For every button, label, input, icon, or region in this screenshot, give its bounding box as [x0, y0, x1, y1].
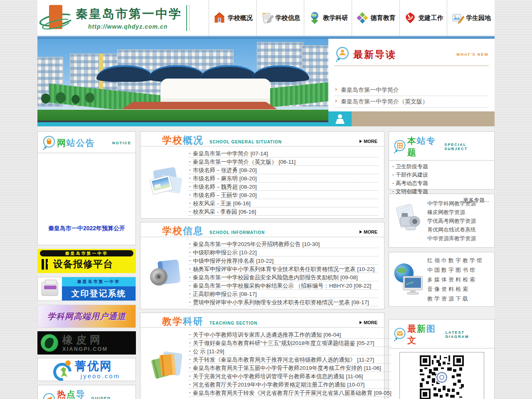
nav-item-school-info[interactable]: 学校信息: [256, 0, 304, 36]
page: 秦皇岛市第一中学 http://www.qhdyz.com.cn 学校概况 学校…: [37, 0, 495, 399]
notice-panel: 网站公告 NOTICE 秦皇岛市一中2022年预算公开: [37, 131, 136, 245]
more-link[interactable]: MORE: [360, 318, 377, 325]
whats-new-panel: 最新导读 WHAT'S NEW 秦皇岛市第一中学简介 秦皇岛市第一中学简介（英文…: [328, 39, 495, 126]
list-item[interactable]: 多媒体资料检索: [427, 275, 493, 284]
section-school-info: 学校信息 SCHOOL INFORMATION MORE 秦皇岛市第一中学202…: [140, 222, 384, 309]
xiangpi-banner[interactable]: 橡皮网 XIANGPI.COM: [37, 331, 136, 355]
list-item[interactable]: 关于完善河北省中小学教师培训管理平台教师基本信息的通知 [11-06]: [189, 372, 392, 380]
nav-item-teaching-research[interactable]: 教学科研: [304, 0, 352, 36]
jyeoo-name: 菁优网: [75, 360, 120, 372]
section-list: 关于中小学教师培训专家库人选遴选推荐工作的通知 [06-04] 关于做好秦皇岛市…: [189, 330, 392, 397]
list-item[interactable]: 市级名师－张进勇 [08-20]: [189, 166, 378, 174]
list-item[interactable]: 中级职称申报公示 [10-22]: [189, 248, 378, 256]
campus-photo: [37, 39, 328, 126]
list-item[interactable]: 市级名师－魏秀超 [08-20]: [189, 182, 378, 191]
list-item[interactable]: 菁优网在线试卷系统: [427, 225, 493, 234]
home-icon: [213, 11, 226, 25]
header-divider-strip: [37, 36, 495, 39]
print-registration-banner[interactable]: 秦皇岛市第一中学 文印登记系统: [37, 277, 136, 301]
site-name: 秦皇岛市第一中学: [76, 6, 182, 22]
center-column: 学校概况 SCHOOL GENERAL SITUATION MORE 秦皇岛市第…: [140, 131, 384, 399]
digital-resources-box: 红领巾数字教学馆 中国数字图书馆 多媒体资料检索 音像资料检索 教学资源下载: [389, 252, 495, 307]
reader-icon: [334, 46, 351, 63]
list-item[interactable]: 关于做好秦皇岛市教育科研"十三五"规划2018年度立项课题结题鉴 [05-27]: [189, 339, 392, 347]
banner-row: 最新导读 WHAT'S NEW 秦皇岛市第一中学简介 秦皇岛市第一中学简介（英文…: [37, 39, 495, 126]
list-item[interactable]: 秦皇岛市第一中学简介: [335, 84, 488, 96]
site-url: http://www.qhdyz.com.cn: [88, 23, 182, 30]
list-item[interactable]: 红领巾数字教学馆: [427, 256, 493, 265]
more-link[interactable]: MORE: [360, 136, 377, 144]
books-stack-icon: [144, 330, 189, 397]
section-list: 秦皇岛市第一中学简介 [07-14] 秦皇岛市第一中学简介（英文版） [06-1…: [189, 149, 378, 216]
list-item[interactable]: 关于中小学教师培训专家库人选遴选推荐工作的通知 [06-04]: [189, 330, 392, 339]
list-item[interactable]: 高考动态专题: [392, 179, 490, 187]
nav-item-school-overview[interactable]: 学校概况: [209, 0, 256, 36]
print-banner-label: 文印登记系统: [62, 286, 135, 300]
xiangpi-name: 橡皮网: [62, 335, 108, 345]
special-subject-subtitle: SPECIAL SUBJECT: [444, 143, 490, 151]
list-item[interactable]: 秦皇岛市教育局关于转发《河北省教育厅关于开展河北省第八届基础教育 [09-05]: [189, 389, 392, 397]
list-item[interactable]: 文明创建专题: [392, 187, 490, 196]
vertical-script-decoration: [186, 5, 190, 31]
list-item[interactable]: 学优高考网教学资源: [427, 217, 493, 225]
list-item[interactable]: 正高职称申报公示 [08-17]: [189, 290, 378, 298]
nav-label: 教学科研: [323, 14, 348, 22]
list-item[interactable]: 中国数字图书馆: [427, 265, 493, 275]
list-item[interactable]: 秦皇岛市教育局关于第五届中小学骨干教师2019年度考核工作安排的 [11-06]: [189, 364, 392, 372]
arrow-right-icon: [360, 230, 362, 234]
list-item[interactable]: 公 示 [11-29]: [189, 347, 392, 355]
list-item[interactable]: 中华资源库教学资源: [427, 234, 493, 243]
section-subtitle: SCHOOL GENERAL SITUATION: [209, 136, 282, 144]
special-subject-list: 卫生防疫专题 干部作风建设 高考动态专题 文明创建专题: [389, 161, 494, 196]
budget-disclosure-link[interactable]: 秦皇岛市一中2022年预算公开: [38, 225, 135, 232]
more-link[interactable]: MORE: [360, 227, 377, 234]
list-item[interactable]: 中级申报评分推荐排名表 [10-22]: [189, 256, 378, 265]
section-subtitle: SCHOOL INFORMATION: [209, 227, 265, 235]
equipment-repair-banner[interactable]: 秦皇岛市第一中学 设备报修平台: [37, 249, 136, 273]
qr-code-frame[interactable]: [399, 352, 484, 399]
list-item[interactable]: 秦皇岛市第一中学校园食品安全风险隐患内部报告奖励机制 [09-08]: [189, 273, 378, 281]
nav-label: 学校概况: [228, 14, 253, 22]
nav-item-student-corner[interactable]: 学生园地: [447, 0, 495, 36]
list-item[interactable]: 秦皇岛市第一中学简介（英文版）: [335, 96, 488, 108]
repair-banner-school: 秦皇岛市第一中学: [40, 250, 133, 256]
list-item[interactable]: 市级名师－王丽华 [08-20]: [189, 191, 378, 199]
list-item[interactable]: 秦皇岛市第一中学2025年公开招聘教师公告 [10-30]: [189, 240, 378, 248]
latest-diagram-subtitle: LATEST DIAGRAM: [446, 330, 490, 339]
list-item[interactable]: 校友风采 - 李春园 [06-16]: [189, 207, 378, 216]
nav-label: 学生园地: [466, 14, 491, 22]
list-item[interactable]: 贾琰申报评审中小学系列物理专业技术职务任职资格情况一览表 [08-17]: [189, 298, 378, 306]
list-item[interactable]: 秦皇岛市第一中学简介（英文版） [06-11]: [189, 158, 378, 166]
list-item[interactable]: 橡皮网教学资源: [427, 208, 493, 217]
person-badge-icon[interactable]: [328, 111, 352, 126]
jyeoo-banner[interactable]: 菁优网 jyeoo.com: [37, 358, 136, 381]
section-title: 学校概况: [162, 134, 204, 147]
list-item[interactable]: 杨奥军申报评审中小学系列体育专业技术职务任职资格情况一览表 [10-22]: [189, 265, 378, 273]
digital-resources-list: 红领巾数字教学馆 中国数字图书馆 多媒体资料检索 音像资料检索 教学资源下载: [427, 256, 493, 303]
list-item[interactable]: 卫生防疫专题: [392, 163, 490, 171]
list-item[interactable]: 校友风采 - 王派 [06-16]: [189, 199, 378, 207]
section-title: 教学科研: [162, 315, 204, 328]
xkw-vip-banner[interactable]: 学科网高端用户通道: [37, 305, 136, 328]
list-item[interactable]: 中学学科网教学资源: [427, 199, 493, 208]
photos-stack-icon: [144, 149, 189, 216]
list-item[interactable]: 河北省教育厅关于2019年中小学教师资格定期注册工作的通知 [10-07]: [189, 380, 392, 389]
globe-monitor-icon: [391, 259, 427, 300]
list-item[interactable]: 秦皇岛市第一中学简介 [07-14]: [189, 149, 378, 158]
printer-icon: [38, 277, 62, 300]
site-logo[interactable]: 秦皇岛市第一中学 http://www.qhdyz.com.cn: [37, 3, 209, 32]
section-subtitle: TEACHING SECTION: [209, 318, 257, 325]
hot-reading-panel: 热点导读 GUIDED READING: [37, 385, 136, 399]
color-cubes-icon: [356, 11, 369, 25]
nav-item-party-building[interactable]: 党建工作: [399, 0, 447, 36]
whats-new-list: 秦皇岛市第一中学简介 秦皇岛市第一中学简介（英文版）: [335, 84, 488, 108]
logo-swirl-icon: [40, 3, 72, 32]
nav-item-moral-education[interactable]: 德育教育: [352, 0, 399, 36]
list-item[interactable]: 干部作风建设: [392, 171, 490, 179]
wrench-icon: [40, 258, 51, 271]
list-item[interactable]: 市级名师－麻东明 [08-20]: [189, 174, 378, 182]
list-item[interactable]: 秦皇岛市第一中学校服采购中标结果公示 （招标编号：HBHY-20 [08-22]: [189, 281, 378, 290]
list-item[interactable]: 关于转发《秦皇岛市教育局关于推荐河北省特级教师人选的通知》 [11-27]: [189, 355, 392, 364]
list-item[interactable]: 音像资料检索: [427, 284, 493, 294]
list-item[interactable]: 教学资源下载: [427, 294, 493, 303]
